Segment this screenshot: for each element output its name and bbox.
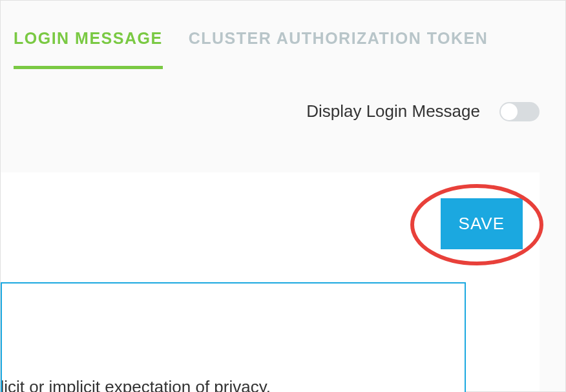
toggle-knob (501, 103, 518, 120)
settings-panel: LOGIN MESSAGE CLUSTER AUTHORIZATION TOKE… (0, 0, 566, 392)
tab-login-message[interactable]: LOGIN MESSAGE (14, 14, 163, 69)
login-message-text: xplicit or implicit expectation of priva… (1, 377, 419, 392)
tab-cluster-auth-token[interactable]: CLUSTER AUTHORIZATION TOKEN (189, 14, 488, 69)
login-message-textarea[interactable]: xplicit or implicit expectation of priva… (1, 282, 466, 392)
save-button[interactable]: SAVE (441, 198, 523, 249)
display-login-message-toggle[interactable] (499, 102, 540, 121)
tab-label: LOGIN MESSAGE (14, 29, 163, 47)
toggle-label: Display Login Message (306, 101, 480, 121)
save-button-label: SAVE (459, 214, 505, 233)
tab-bar: LOGIN MESSAGE CLUSTER AUTHORIZATION TOKE… (1, 1, 565, 69)
toggle-row: Display Login Message (1, 69, 565, 141)
tab-label: CLUSTER AUTHORIZATION TOKEN (189, 29, 488, 47)
content-panel: SAVE xplicit or implicit expectation of … (1, 172, 540, 391)
